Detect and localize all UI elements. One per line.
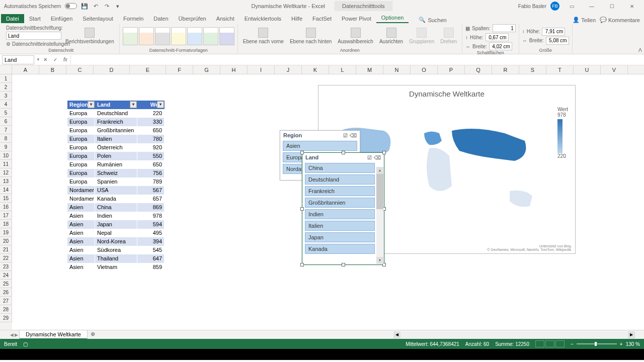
scroll-left-icon[interactable]: ◀ bbox=[393, 331, 400, 338]
row-header[interactable]: 19 bbox=[0, 228, 12, 237]
row-header[interactable]: 28 bbox=[0, 305, 12, 314]
row-header[interactable]: 15 bbox=[0, 194, 12, 203]
cells-area[interactable]: Region▾ Land▾ Wert▾ EuropaDeutschland220… bbox=[12, 74, 644, 330]
selection-pane-button[interactable]: Auswahlbereich bbox=[336, 27, 375, 45]
slicer-item[interactable]: Großbritannien bbox=[305, 198, 375, 208]
slicer-styles-gallery[interactable] bbox=[123, 27, 234, 45]
row-header[interactable]: 8 bbox=[0, 134, 12, 143]
column-header[interactable]: M bbox=[356, 65, 383, 74]
selection-handle[interactable] bbox=[300, 207, 304, 211]
filter-icon[interactable]: ▾ bbox=[157, 101, 164, 108]
scroll-thumb[interactable] bbox=[376, 174, 383, 209]
slicer-width-input[interactable] bbox=[546, 37, 569, 45]
tab-formeln[interactable]: Formeln bbox=[118, 14, 148, 23]
slicer-item[interactable]: Italien bbox=[305, 221, 375, 231]
qat-customize-icon[interactable]: ▾ bbox=[114, 3, 121, 10]
maximize-button[interactable]: ☐ bbox=[604, 1, 620, 11]
cancel-icon[interactable]: ✕ bbox=[40, 57, 50, 62]
filter-icon[interactable]: ▾ bbox=[88, 101, 95, 108]
auto-save-toggle[interactable] bbox=[65, 3, 77, 9]
sheet-tab[interactable]: Dynamische Weltkarte bbox=[19, 330, 88, 339]
view-page-layout-icon[interactable] bbox=[545, 340, 554, 347]
multi-select-icon[interactable]: ☑ bbox=[367, 155, 372, 160]
column-header[interactable]: A bbox=[12, 65, 39, 74]
slicer-scrollbar[interactable]: ▴ ▾ bbox=[376, 167, 383, 264]
tab-ansicht[interactable]: Ansicht bbox=[211, 14, 239, 23]
table-row[interactable]: EuropaÖsterreich920 bbox=[67, 143, 165, 152]
row-header[interactable]: 16 bbox=[0, 203, 12, 211]
zoom-out-button[interactable]: − bbox=[571, 341, 574, 347]
style-swatch[interactable] bbox=[203, 27, 218, 45]
table-row[interactable]: AsienNepal495 bbox=[67, 229, 165, 237]
macro-record-icon[interactable]: ▢ bbox=[23, 341, 28, 347]
row-header[interactable]: 12 bbox=[0, 168, 12, 177]
column-header[interactable]: V bbox=[601, 65, 628, 74]
slicer-item[interactable]: Indien bbox=[305, 209, 375, 219]
slicer-height-input[interactable] bbox=[542, 28, 565, 36]
group-button[interactable]: Gruppieren bbox=[407, 27, 436, 45]
table-header-wert[interactable]: Wert▾ bbox=[137, 101, 165, 109]
scroll-up-icon[interactable]: ▴ bbox=[376, 167, 383, 174]
slicer-item[interactable]: China bbox=[305, 163, 375, 173]
row-header[interactable]: 7 bbox=[0, 126, 12, 134]
table-row[interactable]: AsienSüdkorea545 bbox=[67, 246, 165, 254]
row-header[interactable]: 1 bbox=[0, 74, 12, 83]
table-row[interactable]: EuropaGroßbritannien650 bbox=[67, 126, 165, 135]
slicer-item[interactable]: Frankreich bbox=[305, 186, 375, 196]
column-header[interactable]: J bbox=[275, 65, 302, 74]
slicer-item[interactable]: Asien bbox=[283, 141, 357, 151]
clear-filter-icon[interactable]: ⌫ bbox=[374, 155, 381, 160]
row-header[interactable]: 22 bbox=[0, 254, 12, 262]
kommentare-button[interactable]: 💬Kommentare bbox=[600, 17, 640, 23]
row-header[interactable]: 9 bbox=[0, 143, 12, 151]
clear-filter-icon[interactable]: ⌫ bbox=[350, 133, 357, 138]
context-tab-slicer[interactable]: Datenschnitttools bbox=[334, 1, 392, 11]
row-header[interactable]: 2 bbox=[0, 83, 12, 92]
sheet-nav-first-icon[interactable]: ◀ bbox=[10, 332, 14, 337]
column-header[interactable]: R bbox=[492, 65, 519, 74]
zoom-thumb[interactable] bbox=[595, 342, 597, 346]
style-swatch[interactable] bbox=[123, 27, 138, 45]
table-row[interactable]: NordamerKanada657 bbox=[67, 195, 165, 203]
table-row[interactable]: EuropaRumänien650 bbox=[67, 160, 165, 169]
horizontal-scrollbar[interactable]: ◀ ▶ bbox=[393, 331, 635, 338]
report-connections-button[interactable]: Berichtsverbindungen bbox=[63, 27, 116, 45]
name-box-dropdown-icon[interactable]: ▼ bbox=[36, 57, 40, 62]
tab-factset[interactable]: FactSet bbox=[307, 14, 337, 23]
row-header[interactable]: 10 bbox=[0, 151, 12, 160]
btn-width-input[interactable] bbox=[489, 42, 512, 50]
table-row[interactable]: AsienJapan594 bbox=[67, 220, 165, 229]
row-header[interactable]: 24 bbox=[0, 271, 12, 280]
tab-powerpivot[interactable]: Power Pivot bbox=[337, 14, 376, 23]
table-row[interactable]: EuropaItalien780 bbox=[67, 135, 165, 143]
save-icon[interactable]: 💾 bbox=[81, 3, 88, 10]
table-row[interactable]: AsienThailand647 bbox=[67, 254, 165, 263]
style-swatch[interactable] bbox=[187, 27, 202, 45]
row-header[interactable]: 5 bbox=[0, 109, 12, 117]
tab-entwicklertools[interactable]: Entwicklertools bbox=[239, 14, 286, 23]
select-all-corner[interactable] bbox=[0, 65, 12, 74]
row-header[interactable]: 20 bbox=[0, 237, 12, 245]
redo-icon[interactable]: ↷ bbox=[103, 3, 110, 10]
ribbon-mode-icon[interactable]: ▭ bbox=[564, 1, 580, 11]
rotate-button[interactable]: Drehen bbox=[438, 27, 459, 45]
multi-select-icon[interactable]: ☑ bbox=[343, 133, 348, 138]
table-row[interactable]: AsienChina869 bbox=[67, 203, 165, 212]
column-header[interactable]: N bbox=[383, 65, 411, 74]
send-backward-button[interactable]: Ebene nach hinten bbox=[288, 27, 334, 45]
row-header[interactable]: 14 bbox=[0, 186, 12, 194]
table-row[interactable]: EuropaPolen550 bbox=[67, 152, 165, 160]
spreadsheet-grid[interactable]: ABCDEFGHIJKLMNOPQRSTUV 12345678910111213… bbox=[0, 65, 644, 330]
teilen-button[interactable]: 👤Teilen bbox=[573, 17, 596, 23]
row-header[interactable]: 11 bbox=[0, 160, 12, 168]
table-header-land[interactable]: Land▾ bbox=[95, 101, 137, 109]
tab-ueberpruefen[interactable]: Überprüfen bbox=[174, 14, 211, 23]
zoom-level[interactable]: 130 % bbox=[626, 341, 640, 347]
slicer-item[interactable]: Japan bbox=[305, 232, 375, 242]
close-button[interactable]: ✕ bbox=[624, 1, 640, 11]
slicer-land[interactable]: Land ☑ ⌫ ChinaDeutschlandFrankreichGroßb… bbox=[302, 152, 384, 265]
fx-icon[interactable]: fx bbox=[60, 57, 70, 62]
row-header[interactable]: 29 bbox=[0, 314, 12, 322]
column-header[interactable]: C bbox=[66, 65, 94, 74]
caption-input[interactable] bbox=[6, 32, 61, 40]
